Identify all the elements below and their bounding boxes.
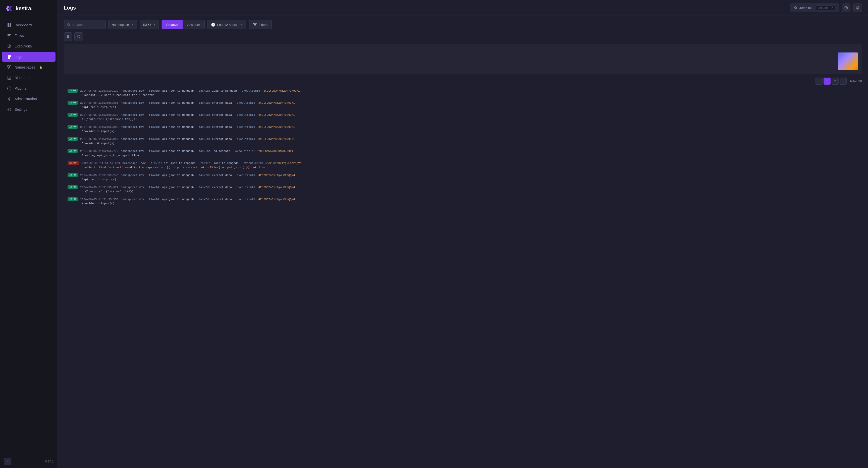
- page-2-button[interactable]: 2: [832, 77, 839, 85]
- flows-icon: [7, 33, 11, 38]
- chevron-down-icon: ▼: [153, 23, 156, 26]
- refresh-icon: [77, 35, 81, 38]
- total-count: Total: 28: [850, 79, 862, 83]
- filters-button[interactable]: Filters: [249, 20, 272, 29]
- svg-rect-10: [8, 55, 11, 56]
- notifications-button[interactable]: [854, 3, 862, 12]
- level-select[interactable]: INFO ▼: [140, 20, 159, 29]
- log-meta: namespace: dev flowId: api_json_to_mongo…: [122, 162, 301, 165]
- sidebar-item-label: Executions: [14, 44, 32, 48]
- sidebar: kestra. Dashboard Flows: [0, 0, 58, 468]
- log-entry: INFO 2024-06-05 11:51:35.550 namespace: …: [64, 195, 862, 207]
- help-button[interactable]: [842, 3, 850, 12]
- log-entry: INFO 2024-06-05 11:53:08.517 namespace: …: [64, 111, 862, 123]
- sidebar-item-label: Dashboard: [14, 23, 32, 27]
- absolute-button[interactable]: Absolute: [183, 20, 205, 29]
- refresh-button[interactable]: [74, 32, 83, 41]
- log-entry: ERROR 2024-06-05 11:51:57.609 namespace:…: [64, 159, 862, 171]
- log-timestamp: 2024-06-05 11:53:10.110: [80, 89, 118, 92]
- clock-icon: [7, 44, 11, 49]
- log-header: INFO 2024-06-05 11:52:56.779 namespace: …: [68, 149, 858, 153]
- namespace-select[interactable]: Namespace ▼: [108, 20, 137, 29]
- log-entry: INFO 2024-06-05 11:52:56.779 namespace: …: [64, 147, 862, 159]
- jump-to-button[interactable]: Jump to... Ctrl/Cmd + K: [790, 3, 839, 12]
- sidebar-bottom: « 0.17.0: [0, 455, 58, 468]
- log-message: Captured 1 output(s).: [68, 178, 858, 181]
- svg-point-22: [9, 109, 10, 110]
- search-icon: [794, 6, 798, 9]
- log-meta: namespace: dev flowId: api_json_to_mongo…: [121, 174, 295, 177]
- sidebar-item-blueprints[interactable]: Blueprints: [2, 73, 56, 83]
- filter-icon: [253, 23, 257, 26]
- log-meta: namespace: dev flowId: api_json_to_mongo…: [121, 101, 295, 104]
- log-message: Captured 1 output(s).: [68, 105, 858, 109]
- sidebar-item-namespaces[interactable]: Namespaces 🔒: [2, 62, 56, 72]
- log-timestamp: 2024-06-05 11:51:55.074: [80, 186, 118, 189]
- svg-rect-11: [8, 56, 11, 57]
- log-meta: namespace: dev flowId: api_json_to_mongo…: [121, 114, 295, 117]
- pause-button[interactable]: [64, 32, 72, 41]
- relative-absolute-toggle: Relative Absolute: [161, 20, 205, 29]
- lock-icon: 🔒: [39, 66, 42, 69]
- top-bar-right: Jump to... Ctrl/Cmd + K: [790, 3, 862, 12]
- chart-preview: [838, 53, 858, 70]
- log-timestamp: 2024-06-05 11:51:35.550: [80, 198, 118, 201]
- log-level-badge: INFO: [68, 149, 78, 153]
- time-range-picker[interactable]: 🕐 Last 12 hours ▼: [207, 20, 246, 29]
- log-message: Provided 1 input(s).: [68, 130, 858, 133]
- sidebar-item-label: Namespaces: [14, 65, 35, 69]
- sidebar-item-settings[interactable]: Settings: [2, 104, 56, 115]
- chevron-right-icon: ›: [50, 97, 51, 100]
- sidebar-collapse-button[interactable]: «: [4, 458, 11, 465]
- log-entry: INFO 2024-06-05 11:51:55.074 namespace: …: [64, 183, 862, 195]
- prev-page-button[interactable]: ‹: [815, 77, 823, 85]
- log-entry: INFO 2024-06-05 11:52:56.897 namespace: …: [64, 135, 862, 147]
- search-input-wrap[interactable]: [64, 20, 106, 29]
- sidebar-item-label: Flows: [14, 34, 24, 38]
- svg-point-26: [68, 23, 69, 25]
- log-timestamp: 2024-06-05 11:52:56.897: [80, 137, 118, 141]
- log-message: Starting api_json_to_mongodb flow: [68, 154, 858, 157]
- logs-container[interactable]: INFO 2024-06-05 11:53:10.110 namespace: …: [64, 87, 862, 468]
- plugins-icon: [7, 86, 11, 91]
- pagination-bar: ‹ 1 2 › Total: 28: [58, 76, 868, 87]
- svg-rect-3: [9, 23, 11, 25]
- next-page-button[interactable]: ›: [840, 77, 847, 85]
- sidebar-item-label: Plugins: [14, 86, 26, 90]
- log-entry: INFO 2024-06-05 11:52:56.903 namespace: …: [64, 123, 862, 135]
- search-input[interactable]: [72, 23, 102, 27]
- svg-rect-14: [7, 65, 9, 67]
- level-label: INFO: [143, 23, 151, 27]
- svg-rect-2: [7, 23, 9, 25]
- nav-items: Dashboard Flows Executions: [0, 17, 58, 455]
- sidebar-item-dashboard[interactable]: Dashboard: [2, 20, 56, 30]
- log-level-badge: INFO: [68, 125, 78, 129]
- log-timestamp: 2024-06-05 11:51:55.245: [80, 174, 118, 177]
- sidebar-item-administration[interactable]: Administration ›: [2, 94, 56, 104]
- keyboard-shortcut: Ctrl/Cmd + K: [816, 5, 835, 10]
- log-meta: namespace: dev flowId: api_json_to_mongo…: [121, 137, 295, 141]
- log-level-badge: INFO: [68, 101, 78, 105]
- sidebar-item-plugins[interactable]: Plugins: [2, 83, 56, 93]
- filters-label: Filters: [259, 23, 268, 27]
- sidebar-item-label: Blueprints: [14, 76, 30, 80]
- version-label: 0.17.0: [45, 460, 54, 463]
- log-header: INFO 2024-06-05 11:51:55.245 namespace: …: [68, 173, 858, 177]
- sidebar-item-executions[interactable]: Executions: [2, 41, 56, 51]
- relative-button[interactable]: Relative: [162, 20, 183, 29]
- chevron-down-icon: ▼: [240, 23, 243, 26]
- log-header: INFO 2024-06-05 11:53:08.517 namespace: …: [68, 113, 858, 117]
- sidebar-item-flows[interactable]: Flows: [2, 31, 56, 41]
- pause-icon: [67, 35, 69, 38]
- logo-area[interactable]: kestra.: [0, 0, 58, 17]
- sidebar-item-logs[interactable]: Logs: [2, 52, 56, 62]
- svg-rect-5: [9, 25, 11, 27]
- settings-icon: [7, 107, 11, 112]
- log-header: INFO 2024-06-05 11:53:08.685 namespace: …: [68, 101, 858, 105]
- svg-rect-4: [7, 25, 9, 27]
- bell-icon: [856, 6, 860, 9]
- chart-area: [64, 44, 862, 74]
- namespaces-icon: [7, 65, 11, 69]
- log-meta: namespace: dev flowId: api_json_to_mongo…: [121, 150, 293, 153]
- page-1-button[interactable]: 1: [824, 77, 831, 85]
